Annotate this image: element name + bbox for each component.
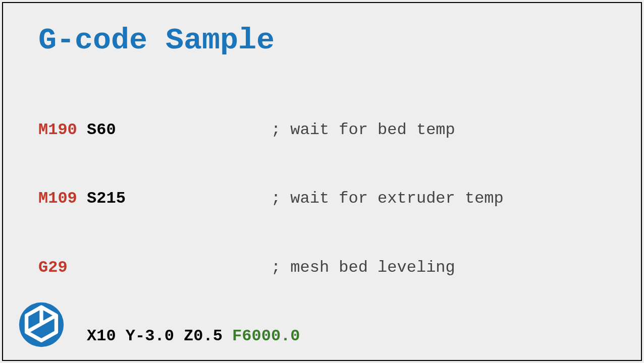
gcode-args: X10 Y-3.0 Z0.5 xyxy=(87,327,232,345)
gcode-args: S60 xyxy=(87,120,116,139)
code-line: G29 ; mesh bed leveling xyxy=(38,256,606,279)
code-line: G1 X10 Y-3.0 Z0.5 F6000.0 xyxy=(38,325,606,347)
page-title: G-code Sample xyxy=(38,23,606,57)
gcode-cmd: G29 xyxy=(38,258,68,277)
gcode-cmd: M190 xyxy=(38,120,77,139)
gcode-feed: F6000.0 xyxy=(232,327,300,345)
brand-logo xyxy=(18,301,65,348)
code-line: M190 S60 ; wait for bed temp xyxy=(38,118,606,141)
code-block: M190 S60 ; wait for bed temp M109 S215 ;… xyxy=(38,73,606,363)
gcode-cmd: M109 xyxy=(38,189,77,208)
code-line: M109 S215 ; wait for extruder temp xyxy=(38,187,606,210)
gcode-args: S215 xyxy=(87,189,126,208)
gcode-comment: ; wait for bed temp xyxy=(271,120,455,139)
slide-frame: G-code Sample M190 S60 ; wait for bed te… xyxy=(2,2,642,361)
gcode-comment: ; mesh bed leveling xyxy=(271,258,455,277)
gcode-comment: ; wait for extruder temp xyxy=(271,189,504,208)
